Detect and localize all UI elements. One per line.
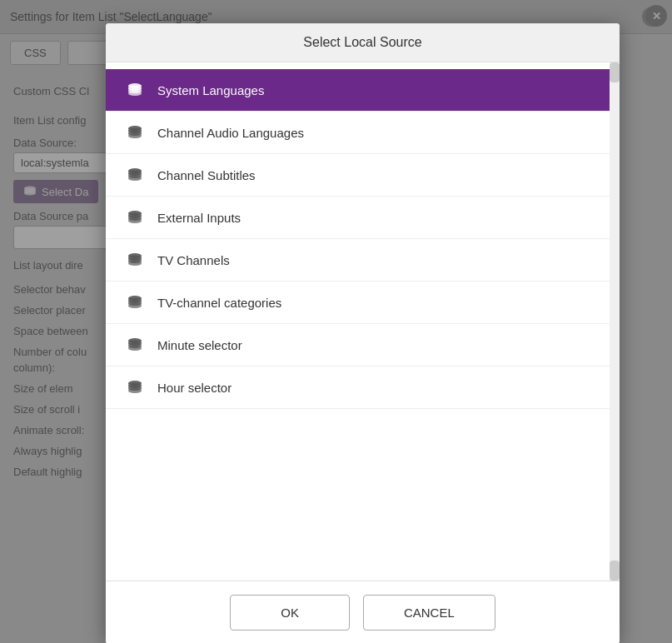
modal-title: Select Local Source (303, 35, 421, 49)
database-icon-channel-audio (126, 123, 144, 142)
database-icon-hour-selector (126, 378, 144, 396)
modal-footer: OK CANCEL (106, 581, 620, 643)
database-icon-minute-selector (126, 336, 144, 354)
svg-point-12 (128, 133, 142, 138)
modal-title-bar: Select Local Source (106, 23, 620, 62)
list-item-tv-channels[interactable]: TV Channels (106, 239, 620, 282)
list-item-label-channel-audio: Channel Audio Languages (157, 126, 304, 140)
modal-dialog: Select Local Source System Languages (106, 23, 620, 643)
svg-point-24 (128, 261, 142, 266)
scrollbar-thumb-top (610, 62, 620, 82)
svg-point-20 (128, 218, 142, 223)
cancel-button[interactable]: CANCEL (363, 595, 495, 631)
list-item-label-external-inputs: External Inputs (157, 211, 241, 225)
database-icon-system-languages (126, 81, 144, 99)
svg-point-36 (128, 388, 142, 393)
svg-point-28 (128, 303, 142, 308)
svg-point-16 (128, 176, 142, 181)
list-item-external-inputs[interactable]: External Inputs (106, 197, 620, 239)
scrollbar-track (610, 62, 620, 581)
list-item-system-languages[interactable]: System Languages (106, 69, 620, 112)
list-item-label-channel-subtitles: Channel Subtitles (157, 168, 256, 182)
list-item-label-minute-selector: Minute selector (157, 338, 242, 352)
database-icon-tv-channel-categories (126, 293, 144, 312)
list-item-label-hour-selector: Hour selector (157, 381, 231, 395)
list-item-label-tv-channel-categories: TV-channel categories (157, 296, 281, 310)
list-item-channel-audio[interactable]: Channel Audio Languages (106, 112, 620, 154)
list-item-hour-selector[interactable]: Hour selector (106, 366, 620, 409)
svg-point-8 (128, 91, 142, 96)
ok-button[interactable]: OK (230, 595, 350, 631)
database-icon-external-inputs (126, 208, 144, 227)
scrollbar-thumb-bottom (610, 561, 620, 581)
list-item-label-tv-channels: TV Channels (157, 253, 230, 267)
list-item-channel-subtitles[interactable]: Channel Subtitles (106, 154, 620, 197)
list-item-label-system-languages: System Languages (157, 83, 264, 97)
list-item-tv-channel-categories[interactable]: TV-channel categories (106, 282, 620, 324)
list-item-minute-selector[interactable]: Minute selector (106, 324, 620, 366)
modal-body[interactable]: System Languages Channel Audio Languages (106, 62, 620, 581)
database-icon-channel-subtitles (126, 166, 144, 184)
database-icon-tv-channels (126, 251, 144, 269)
svg-point-32 (128, 346, 142, 351)
